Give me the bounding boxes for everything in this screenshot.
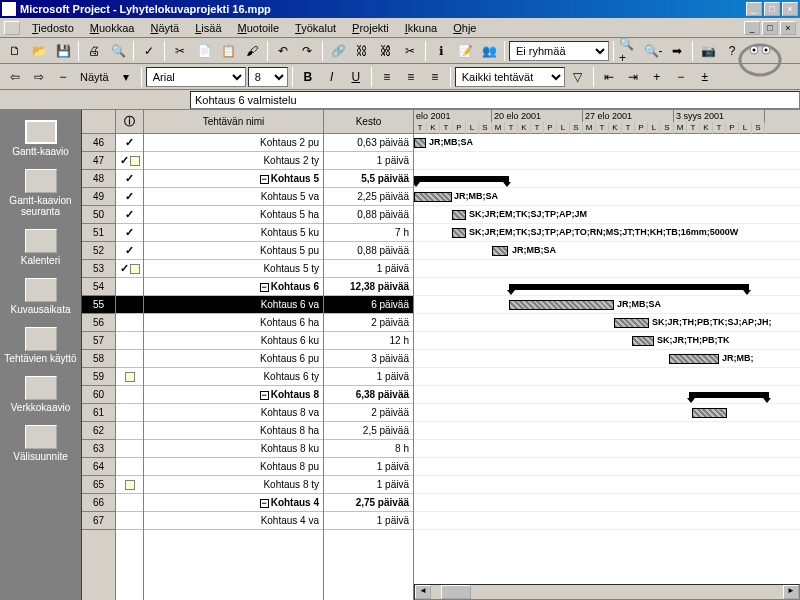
unlink-tasks-button[interactable]: ⛓̸ bbox=[375, 40, 397, 62]
collapse-icon[interactable]: − bbox=[260, 391, 269, 400]
indicator-cell[interactable] bbox=[116, 386, 143, 404]
collapse-icon[interactable]: − bbox=[260, 283, 269, 292]
duration-cell[interactable]: 1 päivä bbox=[324, 260, 413, 278]
view-kalenteri[interactable]: Kalenteri bbox=[0, 223, 81, 272]
formula-input[interactable]: Kohtaus 6 valmistelu bbox=[190, 91, 800, 109]
gantt-row[interactable] bbox=[414, 512, 800, 530]
task-notes-button[interactable]: 📝 bbox=[454, 40, 476, 62]
task-name-header[interactable]: Tehtävän nimi bbox=[144, 110, 323, 134]
hide-subtasks-button[interactable]: − bbox=[670, 66, 692, 88]
gantt-row[interactable]: SK;JR;TH;PB;TK bbox=[414, 332, 800, 350]
nav-up-button[interactable]: − bbox=[52, 66, 74, 88]
row-header[interactable]: 58 bbox=[82, 350, 115, 368]
gantt-bar[interactable] bbox=[689, 392, 769, 398]
task-cell[interactable]: Kohtaus 6 va bbox=[144, 296, 323, 314]
indicator-cell[interactable] bbox=[116, 458, 143, 476]
duration-cell[interactable]: 0,88 päivää bbox=[324, 242, 413, 260]
mdi-close-button[interactable]: × bbox=[780, 21, 796, 35]
help-button[interactable]: ? bbox=[721, 40, 743, 62]
cut-button[interactable]: ✂ bbox=[169, 40, 191, 62]
outdent-button[interactable]: ⇤ bbox=[598, 66, 620, 88]
row-header[interactable]: 53 bbox=[82, 260, 115, 278]
gantt-row[interactable] bbox=[414, 368, 800, 386]
row-header[interactable]: 49 bbox=[82, 188, 115, 206]
zoom-in-button[interactable]: 🔍+ bbox=[618, 40, 640, 62]
view-välisuunnite[interactable]: Välisuunnite bbox=[0, 419, 81, 468]
row-header[interactable]: 67 bbox=[82, 512, 115, 530]
indicator-cell[interactable]: ✓ bbox=[116, 134, 143, 152]
gantt-scrollbar-h[interactable]: ◄► bbox=[414, 584, 800, 600]
duration-cell[interactable]: 3 päivää bbox=[324, 350, 413, 368]
menu-lisää[interactable]: Lisää bbox=[187, 20, 229, 36]
autofilter-button[interactable]: ▽ bbox=[567, 66, 589, 88]
task-cell[interactable]: Kohtaus 2 pu bbox=[144, 134, 323, 152]
menu-muokkaa[interactable]: Muokkaa bbox=[82, 20, 143, 36]
assign-resources-button[interactable]: 👥 bbox=[478, 40, 500, 62]
row-header[interactable]: 46 bbox=[82, 134, 115, 152]
duration-cell[interactable]: 2,5 päivää bbox=[324, 422, 413, 440]
gantt-row[interactable]: JR;MB;SA bbox=[414, 242, 800, 260]
indicator-cell[interactable] bbox=[116, 296, 143, 314]
duration-cell[interactable]: 6 päivää bbox=[324, 296, 413, 314]
task-cell[interactable]: −Kohtaus 4 bbox=[144, 494, 323, 512]
goto-task-button[interactable]: ➡ bbox=[666, 40, 688, 62]
hyperlink-button[interactable]: 🔗 bbox=[327, 40, 349, 62]
indicator-cell[interactable]: ✓ bbox=[116, 170, 143, 188]
indicator-cell[interactable] bbox=[116, 332, 143, 350]
view-gantt-kaavio[interactable]: Gantt-kaavio bbox=[0, 114, 81, 163]
duration-cell[interactable]: 7 h bbox=[324, 224, 413, 242]
row-header[interactable]: 59 bbox=[82, 368, 115, 386]
gantt-row[interactable] bbox=[414, 440, 800, 458]
task-cell[interactable]: Kohtaus 6 ha bbox=[144, 314, 323, 332]
task-cell[interactable]: Kohtaus 5 va bbox=[144, 188, 323, 206]
duration-cell[interactable]: 2,25 päivää bbox=[324, 188, 413, 206]
gantt-row[interactable] bbox=[414, 170, 800, 188]
mdi-minimize-button[interactable]: _ bbox=[744, 21, 760, 35]
gantt-bar[interactable] bbox=[452, 210, 466, 220]
align-center-button[interactable]: ≡ bbox=[400, 66, 422, 88]
duration-cell[interactable]: 2 päivää bbox=[324, 404, 413, 422]
menu-tiedosto[interactable]: Tiedosto bbox=[24, 20, 82, 36]
copy-button[interactable]: 📄 bbox=[193, 40, 215, 62]
duration-cell[interactable]: 0,88 päivää bbox=[324, 206, 413, 224]
menu-näytä[interactable]: Näytä bbox=[142, 20, 187, 36]
duration-cell[interactable]: 1 päivä bbox=[324, 512, 413, 530]
indicator-cell[interactable] bbox=[116, 368, 143, 386]
row-header[interactable]: 57 bbox=[82, 332, 115, 350]
indicator-cell[interactable] bbox=[116, 476, 143, 494]
gantt-bar[interactable] bbox=[414, 138, 426, 148]
copy-picture-button[interactable]: 📷 bbox=[697, 40, 719, 62]
gantt-bar[interactable] bbox=[614, 318, 649, 328]
gantt-row[interactable]: JR;MB; bbox=[414, 350, 800, 368]
task-cell[interactable]: Kohtaus 5 pu bbox=[144, 242, 323, 260]
task-cell[interactable]: Kohtaus 5 ha bbox=[144, 206, 323, 224]
view-kuvausaikata[interactable]: Kuvausaikata bbox=[0, 272, 81, 321]
paste-button[interactable]: 📋 bbox=[217, 40, 239, 62]
task-cell[interactable]: Kohtaus 8 va bbox=[144, 404, 323, 422]
underline-button[interactable]: U bbox=[345, 66, 367, 88]
minimize-button[interactable]: _ bbox=[746, 2, 762, 16]
gantt-bar[interactable] bbox=[669, 354, 719, 364]
indicator-cell[interactable]: ✓ bbox=[116, 188, 143, 206]
task-cell[interactable]: Kohtaus 6 pu bbox=[144, 350, 323, 368]
indicator-cell[interactable] bbox=[116, 422, 143, 440]
gantt-bar[interactable] bbox=[509, 284, 749, 290]
italic-button[interactable]: I bbox=[321, 66, 343, 88]
row-header[interactable]: 55 bbox=[82, 296, 115, 314]
duration-cell[interactable]: 1 päivä bbox=[324, 458, 413, 476]
task-cell[interactable]: Kohtaus 8 ha bbox=[144, 422, 323, 440]
row-header[interactable]: 63 bbox=[82, 440, 115, 458]
zoom-out-button[interactable]: 🔍- bbox=[642, 40, 664, 62]
gantt-bar[interactable] bbox=[632, 336, 654, 346]
show-all-button[interactable]: ± bbox=[694, 66, 716, 88]
duration-cell[interactable]: 6,38 päivää bbox=[324, 386, 413, 404]
row-header[interactable]: 66 bbox=[82, 494, 115, 512]
row-header[interactable]: 60 bbox=[82, 386, 115, 404]
task-info-button[interactable]: ℹ bbox=[430, 40, 452, 62]
indicator-cell[interactable]: ✓ bbox=[116, 260, 143, 278]
duration-cell[interactable]: 5,5 päivää bbox=[324, 170, 413, 188]
nav-back-button[interactable]: ⇦ bbox=[4, 66, 26, 88]
duration-cell[interactable]: 12 h bbox=[324, 332, 413, 350]
show-subtasks-button[interactable]: + bbox=[646, 66, 668, 88]
font-select[interactable]: Arial bbox=[146, 67, 246, 87]
